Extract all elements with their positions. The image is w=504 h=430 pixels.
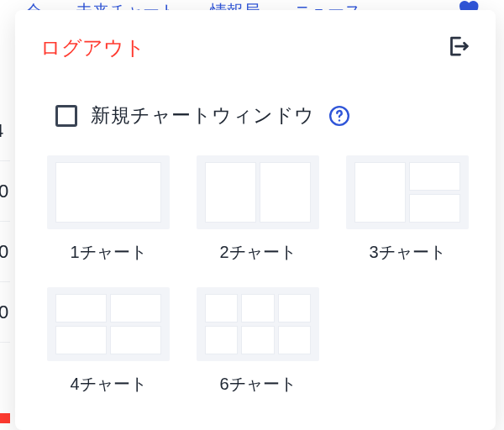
layout-label: 3チャート <box>369 241 445 264</box>
chart-layout-panel: ログアウト 新規チャートウィンドウ 1チャート <box>15 10 496 430</box>
new-chart-window-row: 新規チャートウィンドウ <box>55 102 470 128</box>
layout-label: 2チャート <box>219 241 296 264</box>
layout-thumbnail-icon <box>47 155 170 229</box>
layout-options-grid: 1チャート 2チャート 3チャート 4チャート 6チャート <box>45 155 470 396</box>
layout-label: 4チャート <box>70 373 146 396</box>
layout-option-3-chart[interactable]: 3チャート <box>344 155 470 264</box>
svg-point-1 <box>338 119 339 121</box>
bg-value: 4 <box>0 101 10 161</box>
layout-option-2-chart[interactable]: 2チャート <box>195 155 321 264</box>
layout-thumbnail-icon <box>346 155 469 229</box>
layout-thumbnail-icon <box>47 287 170 361</box>
background-left-column: 4 .0 .0 .0 <box>0 101 10 343</box>
layout-label: 1チャート <box>70 241 146 264</box>
logout-button[interactable]: ログアウト <box>40 34 145 61</box>
logout-icon[interactable] <box>445 34 470 62</box>
new-chart-window-label: 新規チャートウィンドウ <box>91 102 315 128</box>
layout-thumbnail-icon <box>197 287 319 361</box>
layout-option-6-chart[interactable]: 6チャート <box>195 287 321 396</box>
layout-thumbnail-icon <box>197 155 319 229</box>
layout-option-4-chart[interactable]: 4チャート <box>45 287 171 396</box>
new-chart-window-checkbox[interactable] <box>55 105 77 127</box>
help-icon[interactable] <box>328 105 350 127</box>
panel-header: ログアウト <box>40 34 470 62</box>
bg-value: .0 <box>0 222 10 282</box>
bg-value: .0 <box>0 282 10 343</box>
alert-indicator-icon <box>0 413 10 423</box>
layout-label: 6チャート <box>219 373 296 396</box>
bg-value: .0 <box>0 161 10 222</box>
layout-option-1-chart[interactable]: 1チャート <box>45 155 171 264</box>
